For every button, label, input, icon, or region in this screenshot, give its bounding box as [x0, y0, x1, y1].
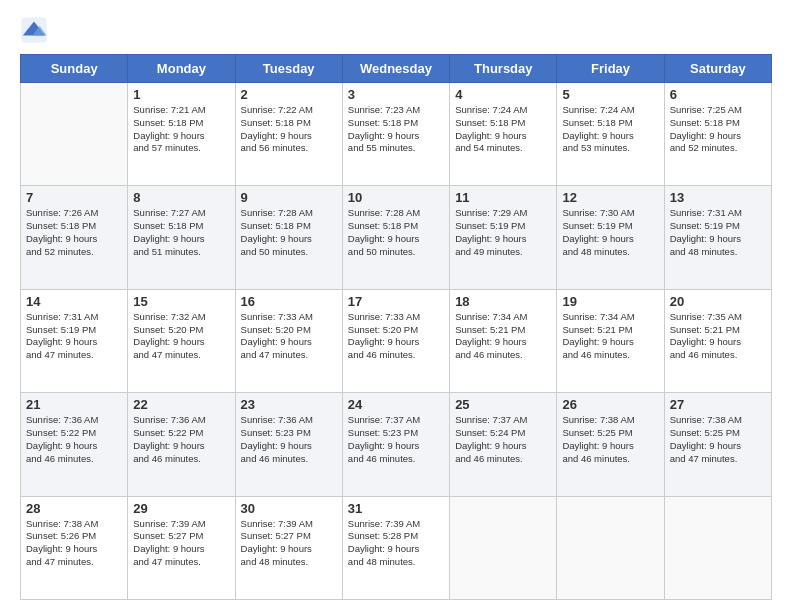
- calendar-cell: 21Sunrise: 7:36 AM Sunset: 5:22 PM Dayli…: [21, 393, 128, 496]
- calendar-cell: 23Sunrise: 7:36 AM Sunset: 5:23 PM Dayli…: [235, 393, 342, 496]
- day-info: Sunrise: 7:36 AM Sunset: 5:22 PM Dayligh…: [26, 414, 122, 465]
- week-row-2: 14Sunrise: 7:31 AM Sunset: 5:19 PM Dayli…: [21, 289, 772, 392]
- day-number: 10: [348, 190, 444, 205]
- day-number: 14: [26, 294, 122, 309]
- weekday-sunday: Sunday: [21, 55, 128, 83]
- day-number: 15: [133, 294, 229, 309]
- calendar-cell: 22Sunrise: 7:36 AM Sunset: 5:22 PM Dayli…: [128, 393, 235, 496]
- calendar-cell: 31Sunrise: 7:39 AM Sunset: 5:28 PM Dayli…: [342, 496, 449, 599]
- calendar-cell: 14Sunrise: 7:31 AM Sunset: 5:19 PM Dayli…: [21, 289, 128, 392]
- weekday-wednesday: Wednesday: [342, 55, 449, 83]
- calendar-cell: 1Sunrise: 7:21 AM Sunset: 5:18 PM Daylig…: [128, 83, 235, 186]
- calendar-cell: 5Sunrise: 7:24 AM Sunset: 5:18 PM Daylig…: [557, 83, 664, 186]
- calendar-cell: 28Sunrise: 7:38 AM Sunset: 5:26 PM Dayli…: [21, 496, 128, 599]
- weekday-friday: Friday: [557, 55, 664, 83]
- day-number: 2: [241, 87, 337, 102]
- calendar-cell: 9Sunrise: 7:28 AM Sunset: 5:18 PM Daylig…: [235, 186, 342, 289]
- day-number: 20: [670, 294, 766, 309]
- day-info: Sunrise: 7:23 AM Sunset: 5:18 PM Dayligh…: [348, 104, 444, 155]
- calendar-cell: 6Sunrise: 7:25 AM Sunset: 5:18 PM Daylig…: [664, 83, 771, 186]
- weekday-header-row: SundayMondayTuesdayWednesdayThursdayFrid…: [21, 55, 772, 83]
- day-info: Sunrise: 7:29 AM Sunset: 5:19 PM Dayligh…: [455, 207, 551, 258]
- day-info: Sunrise: 7:39 AM Sunset: 5:27 PM Dayligh…: [133, 518, 229, 569]
- calendar-cell: 3Sunrise: 7:23 AM Sunset: 5:18 PM Daylig…: [342, 83, 449, 186]
- weekday-monday: Monday: [128, 55, 235, 83]
- logo: [20, 16, 52, 44]
- day-number: 18: [455, 294, 551, 309]
- day-number: 31: [348, 501, 444, 516]
- day-number: 4: [455, 87, 551, 102]
- week-row-1: 7Sunrise: 7:26 AM Sunset: 5:18 PM Daylig…: [21, 186, 772, 289]
- day-number: 13: [670, 190, 766, 205]
- day-info: Sunrise: 7:38 AM Sunset: 5:26 PM Dayligh…: [26, 518, 122, 569]
- day-info: Sunrise: 7:35 AM Sunset: 5:21 PM Dayligh…: [670, 311, 766, 362]
- calendar-cell: 2Sunrise: 7:22 AM Sunset: 5:18 PM Daylig…: [235, 83, 342, 186]
- day-info: Sunrise: 7:36 AM Sunset: 5:23 PM Dayligh…: [241, 414, 337, 465]
- day-number: 30: [241, 501, 337, 516]
- day-info: Sunrise: 7:39 AM Sunset: 5:27 PM Dayligh…: [241, 518, 337, 569]
- week-row-4: 28Sunrise: 7:38 AM Sunset: 5:26 PM Dayli…: [21, 496, 772, 599]
- calendar-cell: 30Sunrise: 7:39 AM Sunset: 5:27 PM Dayli…: [235, 496, 342, 599]
- day-number: 12: [562, 190, 658, 205]
- day-info: Sunrise: 7:31 AM Sunset: 5:19 PM Dayligh…: [26, 311, 122, 362]
- calendar-cell: 13Sunrise: 7:31 AM Sunset: 5:19 PM Dayli…: [664, 186, 771, 289]
- day-number: 17: [348, 294, 444, 309]
- day-number: 16: [241, 294, 337, 309]
- day-number: 25: [455, 397, 551, 412]
- day-number: 29: [133, 501, 229, 516]
- day-number: 21: [26, 397, 122, 412]
- day-number: 5: [562, 87, 658, 102]
- day-info: Sunrise: 7:24 AM Sunset: 5:18 PM Dayligh…: [455, 104, 551, 155]
- day-info: Sunrise: 7:25 AM Sunset: 5:18 PM Dayligh…: [670, 104, 766, 155]
- calendar-cell: [21, 83, 128, 186]
- calendar-cell: [450, 496, 557, 599]
- calendar-cell: 15Sunrise: 7:32 AM Sunset: 5:20 PM Dayli…: [128, 289, 235, 392]
- week-row-3: 21Sunrise: 7:36 AM Sunset: 5:22 PM Dayli…: [21, 393, 772, 496]
- day-info: Sunrise: 7:30 AM Sunset: 5:19 PM Dayligh…: [562, 207, 658, 258]
- calendar-cell: 29Sunrise: 7:39 AM Sunset: 5:27 PM Dayli…: [128, 496, 235, 599]
- calendar-cell: 17Sunrise: 7:33 AM Sunset: 5:20 PM Dayli…: [342, 289, 449, 392]
- day-number: 24: [348, 397, 444, 412]
- calendar-cell: [664, 496, 771, 599]
- calendar-cell: 26Sunrise: 7:38 AM Sunset: 5:25 PM Dayli…: [557, 393, 664, 496]
- day-info: Sunrise: 7:32 AM Sunset: 5:20 PM Dayligh…: [133, 311, 229, 362]
- calendar-cell: 18Sunrise: 7:34 AM Sunset: 5:21 PM Dayli…: [450, 289, 557, 392]
- day-number: 27: [670, 397, 766, 412]
- day-number: 19: [562, 294, 658, 309]
- calendar-cell: 10Sunrise: 7:28 AM Sunset: 5:18 PM Dayli…: [342, 186, 449, 289]
- day-number: 1: [133, 87, 229, 102]
- header: [20, 16, 772, 44]
- day-number: 8: [133, 190, 229, 205]
- logo-icon: [20, 16, 48, 44]
- day-info: Sunrise: 7:33 AM Sunset: 5:20 PM Dayligh…: [348, 311, 444, 362]
- day-number: 6: [670, 87, 766, 102]
- weekday-thursday: Thursday: [450, 55, 557, 83]
- day-number: 22: [133, 397, 229, 412]
- weekday-tuesday: Tuesday: [235, 55, 342, 83]
- page: SundayMondayTuesdayWednesdayThursdayFrid…: [0, 0, 792, 612]
- calendar-cell: 19Sunrise: 7:34 AM Sunset: 5:21 PM Dayli…: [557, 289, 664, 392]
- day-info: Sunrise: 7:33 AM Sunset: 5:20 PM Dayligh…: [241, 311, 337, 362]
- calendar-cell: 20Sunrise: 7:35 AM Sunset: 5:21 PM Dayli…: [664, 289, 771, 392]
- day-info: Sunrise: 7:26 AM Sunset: 5:18 PM Dayligh…: [26, 207, 122, 258]
- day-number: 11: [455, 190, 551, 205]
- calendar-cell: 12Sunrise: 7:30 AM Sunset: 5:19 PM Dayli…: [557, 186, 664, 289]
- calendar-cell: 16Sunrise: 7:33 AM Sunset: 5:20 PM Dayli…: [235, 289, 342, 392]
- day-info: Sunrise: 7:27 AM Sunset: 5:18 PM Dayligh…: [133, 207, 229, 258]
- day-info: Sunrise: 7:37 AM Sunset: 5:23 PM Dayligh…: [348, 414, 444, 465]
- day-info: Sunrise: 7:28 AM Sunset: 5:18 PM Dayligh…: [241, 207, 337, 258]
- day-info: Sunrise: 7:36 AM Sunset: 5:22 PM Dayligh…: [133, 414, 229, 465]
- calendar-cell: 7Sunrise: 7:26 AM Sunset: 5:18 PM Daylig…: [21, 186, 128, 289]
- day-number: 7: [26, 190, 122, 205]
- day-number: 9: [241, 190, 337, 205]
- day-info: Sunrise: 7:37 AM Sunset: 5:24 PM Dayligh…: [455, 414, 551, 465]
- day-number: 23: [241, 397, 337, 412]
- day-number: 3: [348, 87, 444, 102]
- weekday-saturday: Saturday: [664, 55, 771, 83]
- day-info: Sunrise: 7:22 AM Sunset: 5:18 PM Dayligh…: [241, 104, 337, 155]
- day-info: Sunrise: 7:21 AM Sunset: 5:18 PM Dayligh…: [133, 104, 229, 155]
- calendar-table: SundayMondayTuesdayWednesdayThursdayFrid…: [20, 54, 772, 600]
- day-info: Sunrise: 7:39 AM Sunset: 5:28 PM Dayligh…: [348, 518, 444, 569]
- day-number: 26: [562, 397, 658, 412]
- calendar-cell: 11Sunrise: 7:29 AM Sunset: 5:19 PM Dayli…: [450, 186, 557, 289]
